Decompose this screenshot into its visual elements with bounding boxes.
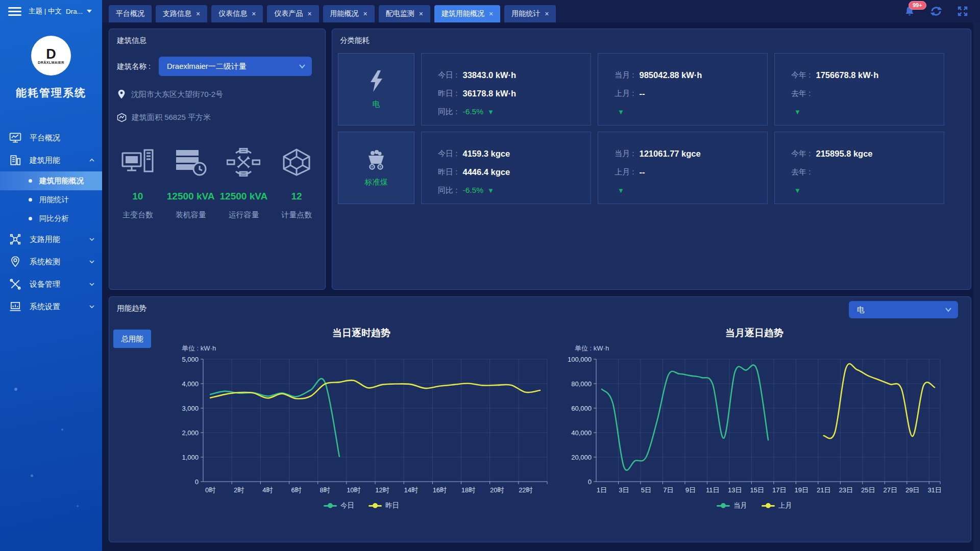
decorative-dot <box>31 474 33 477</box>
coal-month-card: 当月 : 121061.77 kgce 上月 : -- ▼ <box>598 132 768 204</box>
svg-text:31日: 31日 <box>927 486 941 494</box>
daily-chart-title: 当日逐时趋势 <box>170 327 552 340</box>
building-area: 建筑面积 56825 平方米 <box>132 113 211 122</box>
mesh-icon <box>280 148 313 177</box>
energy-trend-panel: 用能趋势 电 总用能 当日逐时趋势 单位 : kW·h 01,0002,0003… <box>109 296 971 542</box>
svg-text:14时: 14时 <box>404 486 418 494</box>
theme-language-label[interactable]: 主题 | 中文 <box>29 7 62 16</box>
building-name-select[interactable]: Draexlmaier一二级计量 <box>159 57 312 76</box>
company-logo: D DRÄXLMAIER <box>31 36 71 76</box>
tab-energy-statistics[interactable]: 用能统计× <box>504 5 556 22</box>
svg-text:40,000: 40,000 <box>571 429 592 437</box>
server-clock-icon <box>174 148 208 177</box>
scrollbar[interactable] <box>973 22 980 551</box>
category-energy-panel: 分类能耗 电 今日 : 33843.0 kW·h 昨日 : 36178.8 kW… <box>332 29 971 290</box>
monthly-chart-title: 当月逐日趋势 <box>564 327 945 340</box>
sidebar-item-branch-energy[interactable]: 支路用能 <box>0 228 102 251</box>
bullet-icon <box>29 198 32 202</box>
electricity-icon-box: 电 <box>338 53 414 126</box>
lightning-icon <box>368 70 385 92</box>
coal-row: 标准煤 今日 : 4159.3 kgce 昨日 : 4446.4 kgce 同比… <box>338 132 944 204</box>
coal-year-card: 今年 : 215895.8 kgce 去年 : ▼ <box>774 132 944 204</box>
close-icon[interactable]: × <box>419 10 423 17</box>
building-stats: 10 主变台数 12500 kVA 装机容量 <box>109 145 325 220</box>
location-icon <box>9 256 21 268</box>
coal-cart-icon <box>364 149 388 170</box>
sidebar-item-system-settings[interactable]: 系统设置 <box>0 295 102 318</box>
svg-text:4时: 4时 <box>262 486 273 494</box>
bullet-icon <box>29 217 32 220</box>
svg-text:18时: 18时 <box>461 486 475 494</box>
svg-text:25日: 25日 <box>861 486 875 494</box>
branch-icon <box>9 233 21 245</box>
tab-meter-product[interactable]: 仪表产品× <box>267 5 318 22</box>
close-icon[interactable]: × <box>307 10 311 17</box>
refresh-icon[interactable] <box>929 4 943 18</box>
close-icon[interactable]: × <box>252 10 256 17</box>
sidebar-item-device-management[interactable]: 设备管理 <box>0 273 102 295</box>
svg-text:3,000: 3,000 <box>182 405 199 412</box>
building-address: 沈阳市大东区大望街70-2号 <box>131 90 223 99</box>
svg-text:15日: 15日 <box>750 486 764 494</box>
sidebar-item-platform-overview[interactable]: 平台概况 <box>0 127 102 149</box>
legend-item[interactable]: 昨日 <box>369 501 399 510</box>
building-area-row: 建筑面积 56825 平方米 <box>117 113 325 122</box>
building-address-row: 沈阳市大东区大望街70-2号 <box>117 89 325 99</box>
legend-marker-icon <box>324 503 337 508</box>
sidebar-item-system-detection[interactable]: 系统检测 <box>0 251 102 273</box>
legend-item[interactable]: 上月 <box>762 501 792 510</box>
tab-building-energy-overview[interactable]: 建筑用能概况× <box>434 5 500 22</box>
sidebar-item-building-energy[interactable]: 建筑用能 <box>0 149 102 171</box>
trend-down-icon: ▼ <box>618 108 624 116</box>
daily-chart-legend: 今日昨日 <box>170 501 552 510</box>
svg-text:2,000: 2,000 <box>182 429 199 437</box>
energy-type-select[interactable]: 电 <box>849 301 958 318</box>
decorative-dot <box>77 505 79 507</box>
svg-text:1,000: 1,000 <box>182 454 199 461</box>
electricity-month-card: 当月 : 985042.88 kW·h 上月 : -- ▼ <box>598 53 768 126</box>
close-icon[interactable]: × <box>196 10 200 17</box>
svg-text:5日: 5日 <box>641 486 651 494</box>
close-icon[interactable]: × <box>363 10 368 17</box>
notification-badge: 99+ <box>909 1 926 10</box>
building-info-panel: 建筑信息 建筑名称 : Draexlmaier一二级计量 沈阳市大东区大望街70… <box>109 29 326 290</box>
svg-text:0: 0 <box>195 478 199 486</box>
energy-trend-title: 用能趋势 <box>109 297 971 313</box>
logo-brand-text: DRÄXLMAIER <box>38 61 64 64</box>
fullscreen-icon[interactable] <box>955 4 970 18</box>
electricity-label: 电 <box>373 99 380 109</box>
tab-meter-info[interactable]: 仪表信息× <box>211 5 263 22</box>
chevron-down-icon <box>945 307 952 312</box>
sidebar-item-energy-statistics[interactable]: 用能统计 <box>0 190 102 209</box>
sidebar-item-building-energy-overview[interactable]: 建筑用能概况 <box>0 171 102 190</box>
daily-trend-chart: 当日逐时趋势 单位 : kW·h 01,0002,0003,0004,0005,… <box>170 327 552 510</box>
notification-bell-icon[interactable]: 99+ <box>902 4 917 18</box>
electricity-year-card: 今年 : 1756678.8 kW·h 去年 : ▼ <box>774 53 944 126</box>
legend-item[interactable]: 今日 <box>324 501 354 510</box>
tab-power-monitoring[interactable]: 配电监测× <box>379 5 430 22</box>
chevron-down-icon <box>89 304 95 310</box>
user-caret-icon[interactable] <box>87 10 92 13</box>
close-icon[interactable]: × <box>489 10 493 17</box>
svg-text:60,000: 60,000 <box>571 405 592 412</box>
total-energy-button[interactable]: 总用能 <box>113 330 151 348</box>
chevron-down-icon <box>89 259 95 265</box>
svg-text:7日: 7日 <box>663 486 673 494</box>
legend-marker-icon <box>717 503 730 508</box>
close-icon[interactable]: × <box>545 10 549 17</box>
sidebar: 主题 | 中文 Dra... D DRÄXLMAIER 能耗管理系统 平台概况 … <box>0 0 102 551</box>
svg-text:20时: 20时 <box>490 486 504 494</box>
tab-energy-overview[interactable]: 用能概况× <box>323 5 375 22</box>
svg-text:17日: 17日 <box>772 486 786 494</box>
monthly-trend-chart: 当月逐日趋势 单位 : kW·h 020,00040,00060,00080,0… <box>564 327 945 510</box>
tab-platform-overview[interactable]: 平台概况 <box>109 5 152 22</box>
decorative-dot <box>61 429 63 431</box>
svg-text:13日: 13日 <box>728 486 742 494</box>
sidebar-item-yoy-analysis[interactable]: 同比分析 <box>0 209 102 228</box>
user-menu[interactable]: Dra... <box>66 8 83 15</box>
legend-item[interactable]: 当月 <box>717 501 747 510</box>
trend-down-icon: ▼ <box>487 108 494 116</box>
tab-branch-info[interactable]: 支路信息× <box>156 5 207 22</box>
svg-text:80,000: 80,000 <box>571 380 592 388</box>
menu-toggle-icon[interactable] <box>8 5 21 18</box>
